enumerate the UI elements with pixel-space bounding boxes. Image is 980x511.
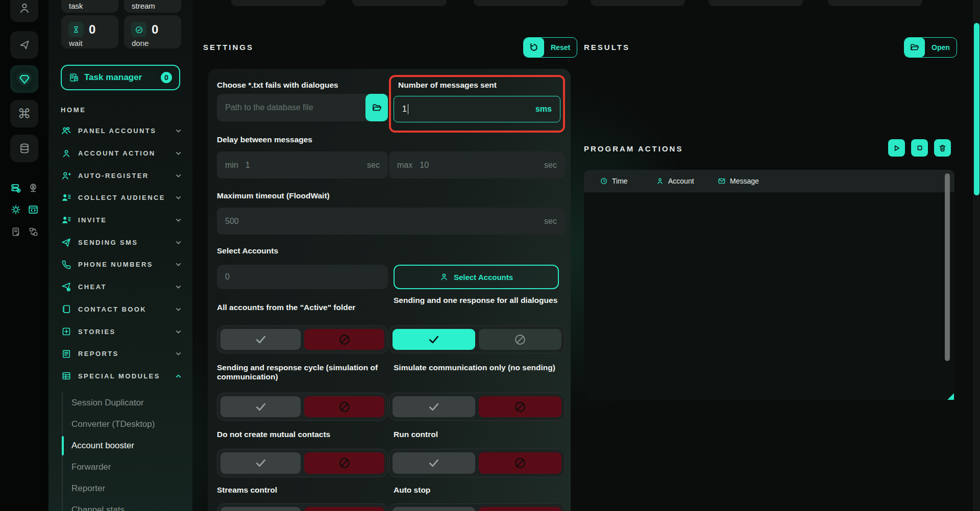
chevron-down-icon	[175, 172, 182, 180]
toggle-no-button[interactable]	[304, 396, 384, 417]
column-label: Message	[730, 177, 759, 185]
phone-icon	[61, 259, 71, 270]
table-scrollbar-thumb[interactable]	[945, 173, 950, 361]
sidebar-item-auto-register[interactable]: AUTO-REGISTER	[48, 164, 192, 187]
sidebar-item-account-action[interactable]: ACCOUNT ACTION	[48, 142, 192, 165]
person-webcam-icon[interactable]	[28, 183, 39, 194]
diamond-rail-button[interactable]	[10, 65, 38, 93]
sidebar-item-stories[interactable]: STORIES	[48, 320, 192, 343]
toggle-yes-button[interactable]	[220, 396, 301, 417]
person-icon	[656, 177, 664, 185]
messages-count-input[interactable]: 1 sms	[394, 96, 560, 122]
submenu-item-session-duplicator[interactable]: Session Duplicator	[63, 392, 187, 414]
person-rail-button[interactable]	[10, 0, 38, 22]
chevron-down-icon	[175, 283, 182, 291]
database-icon	[18, 142, 31, 155]
page-scrollbar-track[interactable]	[973, 0, 980, 511]
browse-folder-button[interactable]	[365, 94, 388, 121]
sidebar-item-contact-book[interactable]: CONTACT BOOK	[48, 298, 192, 321]
database-rail-button[interactable]	[10, 135, 38, 162]
submenu-item-converter-tdesktop[interactable]: Converter (TDesktop)	[63, 414, 187, 435]
sidebar-item-invite[interactable]: INVITE	[48, 209, 192, 232]
timeout-input[interactable]: 500 sec	[217, 208, 565, 235]
swap-icon[interactable]	[28, 226, 39, 237]
toggle-yes-button[interactable]	[393, 452, 475, 474]
file-field-label: Choose *.txt fails with dialogues	[217, 81, 388, 90]
task-manager-button[interactable]: Task manager 0	[61, 65, 180, 90]
play-button[interactable]	[888, 139, 905, 157]
submenu-item-account-booster[interactable]: Account booster	[63, 435, 187, 456]
toggle-no-button[interactable]	[479, 452, 561, 474]
toggle-no-button[interactable]	[304, 507, 384, 511]
top-stat-card-clipped	[828, 0, 922, 6]
command-rail-button[interactable]: ⌘	[10, 100, 38, 127]
gear-icon[interactable]	[10, 204, 21, 215]
toggle-simulate-only	[389, 393, 565, 421]
toggle-yes-button[interactable]	[220, 452, 301, 474]
toggle-yes-button[interactable]	[220, 507, 301, 511]
reset-button[interactable]: Reset	[523, 37, 577, 58]
sidebar-item-cheat[interactable]: CHEAT	[48, 276, 192, 298]
toggle-no-button[interactable]	[304, 329, 384, 350]
sidebar-nav: PANEL ACCOUNTS ACCOUNT ACTION AUTO-REGIS…	[48, 120, 192, 387]
toggle-no-button[interactable]	[479, 507, 561, 511]
sidebar-item-special-modules[interactable]: SPECIAL MODULES	[48, 365, 192, 388]
accounts-count-input[interactable]: 0	[217, 265, 388, 289]
sidebar-item-home[interactable]: HOME	[61, 106, 86, 114]
stop-button[interactable]	[911, 139, 928, 157]
person-icon	[439, 272, 449, 282]
toggle-no-button[interactable]	[479, 396, 561, 417]
delay-min-prefix: min	[225, 161, 238, 170]
check-circle-icon	[131, 22, 146, 37]
send-rail-button[interactable]	[10, 31, 38, 59]
timeout-unit: sec	[544, 217, 557, 226]
server-check-icon[interactable]	[10, 183, 21, 194]
open-label: Open	[925, 43, 957, 52]
column-label: Time	[612, 177, 628, 185]
stat-card-task: task	[61, 0, 118, 13]
column-header-message: Message	[718, 170, 759, 192]
toggle-yes-button[interactable]	[220, 329, 301, 350]
sidebar-item-panel-accounts[interactable]: PANEL ACCOUNTS	[48, 120, 192, 142]
toggle-no-button[interactable]	[304, 452, 384, 474]
task-manager-badge: 0	[161, 72, 172, 83]
select-accounts-button[interactable]: Select Accounts	[394, 265, 559, 289]
sidebar-item-phone-numbers[interactable]: PHONE NUMBERS	[48, 253, 192, 276]
delay-min-input[interactable]: min 1 sec	[217, 151, 388, 178]
toggle-label: Auto stop	[394, 486, 562, 495]
paper-plane-icon	[61, 237, 71, 248]
toggle-yes-button[interactable]	[393, 396, 475, 417]
text-caret	[408, 104, 409, 114]
column-label: Account	[668, 177, 694, 185]
folder-open-icon	[904, 38, 925, 57]
clock-icon	[600, 177, 608, 185]
delay-max-unit: sec	[544, 161, 557, 170]
toggle-yes-button[interactable]	[393, 507, 475, 511]
top-stat-card-clipped	[591, 0, 685, 6]
sidebar-item-label: COLLECT AUDIENCE	[78, 194, 165, 201]
task-manager-icon	[69, 72, 79, 83]
toggle-no-button[interactable]	[479, 329, 561, 350]
code-window-icon[interactable]	[28, 204, 39, 215]
submenu-item-forwarder[interactable]: Forwarder	[63, 456, 187, 478]
sidebar-item-sending-sms[interactable]: SENDING SMS	[48, 231, 192, 253]
sidebar-item-label: CHEAT	[78, 283, 107, 291]
sidebar-item-collect-audience[interactable]: COLLECT AUDIENCE	[48, 187, 192, 209]
table-resize-grip[interactable]	[947, 393, 954, 400]
open-results-button[interactable]: Open	[904, 37, 957, 58]
document-check-icon[interactable]	[10, 226, 21, 237]
sidebar-item-reports[interactable]: REPORTS	[48, 343, 192, 365]
toggle-yes-button[interactable]	[393, 329, 475, 350]
page-scrollbar-thumb[interactable]	[974, 23, 979, 195]
stat-card-done: 0 done	[124, 15, 181, 48]
submenu-item-clipped[interactable]: Channel stats	[63, 499, 187, 511]
submenu-item-reporter[interactable]: Reporter	[63, 478, 187, 499]
trash-button[interactable]	[934, 139, 951, 157]
toggle-active-folder	[217, 325, 388, 353]
delay-max-input[interactable]: max 10 sec	[389, 151, 565, 178]
chevron-down-icon	[175, 127, 182, 135]
file-path-input[interactable]: Path to the database file	[217, 94, 388, 121]
messages-unit: sms	[535, 105, 552, 114]
table-icon	[61, 371, 71, 381]
notebook-icon	[61, 304, 71, 315]
